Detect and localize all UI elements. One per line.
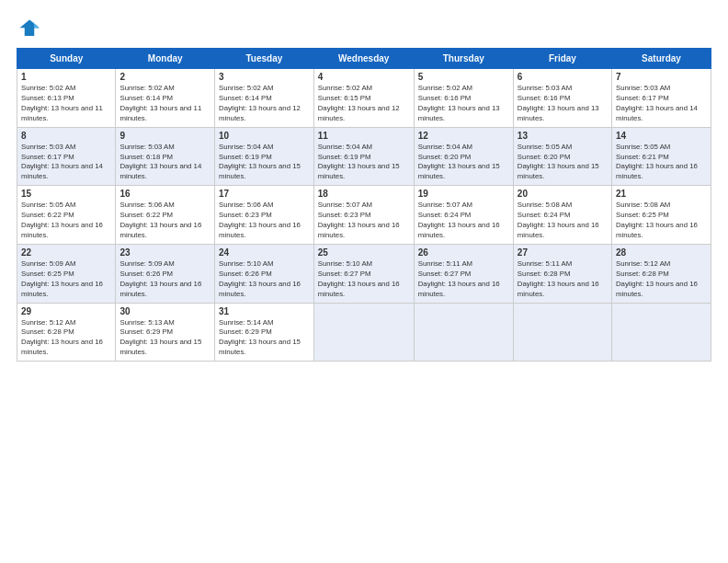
day-number: 10 (219, 131, 310, 141)
day-info: Sunrise: 5:03 AMSunset: 6:18 PMDaylight:… (119, 143, 210, 183)
day-number: 30 (119, 306, 210, 316)
calendar-cell: 26Sunrise: 5:11 AMSunset: 6:27 PMDayligh… (414, 244, 513, 303)
day-info: Sunrise: 5:06 AMSunset: 6:22 PMDaylight:… (119, 201, 210, 241)
day-info: Sunrise: 5:12 AMSunset: 6:28 PMDaylight:… (21, 318, 111, 359)
calendar-cell: 25Sunrise: 5:10 AMSunset: 6:27 PMDayligh… (313, 244, 414, 303)
day-number: 18 (318, 189, 410, 199)
calendar-cell: 31Sunrise: 5:14 AMSunset: 6:29 PMDayligh… (215, 303, 314, 362)
calendar-cell: 8Sunrise: 5:03 AMSunset: 6:17 PMDaylight… (17, 127, 116, 186)
day-number: 28 (616, 247, 707, 258)
day-number: 22 (21, 247, 111, 258)
day-number: 2 (119, 72, 210, 82)
calendar-cell: 6Sunrise: 5:03 AMSunset: 6:16 PMDaylight… (513, 69, 611, 128)
calendar-cell: 20Sunrise: 5:08 AMSunset: 6:24 PMDayligh… (513, 186, 611, 245)
calendar-cell: 13Sunrise: 5:05 AMSunset: 6:20 PMDayligh… (513, 127, 611, 186)
page: SundayMondayTuesdayWednesdayThursdayFrid… (0, 0, 728, 563)
day-info: Sunrise: 5:05 AMSunset: 6:21 PMDaylight:… (616, 143, 707, 183)
logo (17, 17, 46, 42)
day-number: 7 (616, 72, 707, 82)
day-header-monday: Monday (116, 49, 215, 69)
day-info: Sunrise: 5:11 AMSunset: 6:28 PMDaylight:… (518, 259, 608, 300)
day-info: Sunrise: 5:04 AMSunset: 6:19 PMDaylight:… (318, 143, 410, 183)
day-info: Sunrise: 5:10 AMSunset: 6:26 PMDaylight:… (219, 259, 310, 300)
calendar-cell: 10Sunrise: 5:04 AMSunset: 6:19 PMDayligh… (215, 127, 314, 186)
day-info: Sunrise: 5:04 AMSunset: 6:20 PMDaylight:… (418, 143, 509, 183)
calendar-cell: 24Sunrise: 5:10 AMSunset: 6:26 PMDayligh… (215, 244, 314, 303)
calendar-cell: 18Sunrise: 5:07 AMSunset: 6:23 PMDayligh… (313, 186, 414, 245)
day-number: 12 (418, 131, 509, 141)
day-number: 16 (119, 189, 210, 199)
calendar-cell: 5Sunrise: 5:02 AMSunset: 6:16 PMDaylight… (414, 69, 513, 128)
day-info: Sunrise: 5:06 AMSunset: 6:23 PMDaylight:… (219, 201, 310, 241)
day-info: Sunrise: 5:13 AMSunset: 6:29 PMDaylight:… (119, 318, 210, 359)
day-number: 6 (518, 72, 608, 82)
day-number: 5 (418, 72, 509, 82)
day-info: Sunrise: 5:05 AMSunset: 6:22 PMDaylight:… (21, 201, 111, 241)
calendar-cell: 14Sunrise: 5:05 AMSunset: 6:21 PMDayligh… (611, 127, 711, 186)
day-header-tuesday: Tuesday (215, 49, 314, 69)
calendar-cell: 21Sunrise: 5:08 AMSunset: 6:25 PMDayligh… (611, 186, 711, 245)
header-row: SundayMondayTuesdayWednesdayThursdayFrid… (17, 49, 711, 69)
calendar-cell: 1Sunrise: 5:02 AMSunset: 6:13 PMDaylight… (17, 69, 116, 128)
day-number: 3 (219, 72, 310, 82)
day-number: 24 (219, 247, 310, 258)
calendar-cell: 7Sunrise: 5:03 AMSunset: 6:17 PMDaylight… (611, 69, 711, 128)
day-info: Sunrise: 5:07 AMSunset: 6:24 PMDaylight:… (418, 201, 509, 241)
day-number: 17 (219, 189, 310, 199)
calendar-week-3: 15Sunrise: 5:05 AMSunset: 6:22 PMDayligh… (17, 186, 711, 245)
day-info: Sunrise: 5:09 AMSunset: 6:25 PMDaylight:… (21, 259, 111, 300)
day-info: Sunrise: 5:10 AMSunset: 6:27 PMDaylight:… (318, 259, 410, 300)
day-number: 9 (119, 131, 210, 141)
day-info: Sunrise: 5:14 AMSunset: 6:29 PMDaylight:… (219, 318, 310, 359)
day-info: Sunrise: 5:02 AMSunset: 6:14 PMDaylight:… (219, 84, 310, 124)
calendar-cell: 17Sunrise: 5:06 AMSunset: 6:23 PMDayligh… (215, 186, 314, 245)
day-number: 4 (318, 72, 410, 82)
calendar-cell: 16Sunrise: 5:06 AMSunset: 6:22 PMDayligh… (116, 186, 215, 245)
day-number: 11 (318, 131, 410, 141)
day-number: 14 (616, 131, 707, 141)
calendar-cell: 11Sunrise: 5:04 AMSunset: 6:19 PMDayligh… (313, 127, 414, 186)
day-number: 25 (318, 247, 410, 258)
calendar-cell: 23Sunrise: 5:09 AMSunset: 6:26 PMDayligh… (116, 244, 215, 303)
calendar-cell (513, 303, 611, 362)
day-info: Sunrise: 5:08 AMSunset: 6:24 PMDaylight:… (518, 201, 608, 241)
calendar-cell: 27Sunrise: 5:11 AMSunset: 6:28 PMDayligh… (513, 244, 611, 303)
day-info: Sunrise: 5:02 AMSunset: 6:13 PMDaylight:… (21, 84, 111, 124)
day-info: Sunrise: 5:11 AMSunset: 6:27 PMDaylight:… (418, 259, 509, 300)
day-number: 26 (418, 247, 509, 258)
calendar-cell: 2Sunrise: 5:02 AMSunset: 6:14 PMDaylight… (116, 69, 215, 128)
calendar-cell: 3Sunrise: 5:02 AMSunset: 6:14 PMDaylight… (215, 69, 314, 128)
day-info: Sunrise: 5:08 AMSunset: 6:25 PMDaylight:… (616, 201, 707, 241)
day-header-sunday: Sunday (17, 49, 116, 69)
calendar-cell (414, 303, 513, 362)
day-number: 13 (518, 131, 608, 141)
day-info: Sunrise: 5:09 AMSunset: 6:26 PMDaylight:… (119, 259, 210, 300)
day-info: Sunrise: 5:02 AMSunset: 6:15 PMDaylight:… (318, 84, 410, 124)
day-header-saturday: Saturday (611, 49, 711, 69)
day-info: Sunrise: 5:03 AMSunset: 6:17 PMDaylight:… (21, 143, 111, 183)
day-number: 31 (219, 306, 310, 316)
day-header-friday: Friday (513, 49, 611, 69)
day-info: Sunrise: 5:07 AMSunset: 6:23 PMDaylight:… (318, 201, 410, 241)
day-header-wednesday: Wednesday (313, 49, 414, 69)
calendar-cell: 30Sunrise: 5:13 AMSunset: 6:29 PMDayligh… (116, 303, 215, 362)
logo-icon (17, 17, 42, 42)
day-number: 1 (21, 72, 111, 82)
calendar-week-4: 22Sunrise: 5:09 AMSunset: 6:25 PMDayligh… (17, 244, 711, 303)
calendar-table: SundayMondayTuesdayWednesdayThursdayFrid… (17, 48, 711, 362)
calendar-week-5: 29Sunrise: 5:12 AMSunset: 6:28 PMDayligh… (17, 303, 711, 362)
calendar-cell: 4Sunrise: 5:02 AMSunset: 6:15 PMDaylight… (313, 69, 414, 128)
day-info: Sunrise: 5:03 AMSunset: 6:17 PMDaylight:… (616, 84, 707, 124)
calendar-cell: 15Sunrise: 5:05 AMSunset: 6:22 PMDayligh… (17, 186, 116, 245)
day-number: 21 (616, 189, 707, 199)
day-info: Sunrise: 5:02 AMSunset: 6:14 PMDaylight:… (119, 84, 210, 124)
calendar-cell (611, 303, 711, 362)
calendar-week-2: 8Sunrise: 5:03 AMSunset: 6:17 PMDaylight… (17, 127, 711, 186)
day-info: Sunrise: 5:02 AMSunset: 6:16 PMDaylight:… (418, 84, 509, 124)
calendar-cell: 12Sunrise: 5:04 AMSunset: 6:20 PMDayligh… (414, 127, 513, 186)
calendar-cell: 22Sunrise: 5:09 AMSunset: 6:25 PMDayligh… (17, 244, 116, 303)
day-number: 27 (518, 247, 608, 258)
header (17, 17, 711, 42)
day-info: Sunrise: 5:12 AMSunset: 6:28 PMDaylight:… (616, 259, 707, 300)
day-number: 15 (21, 189, 111, 199)
